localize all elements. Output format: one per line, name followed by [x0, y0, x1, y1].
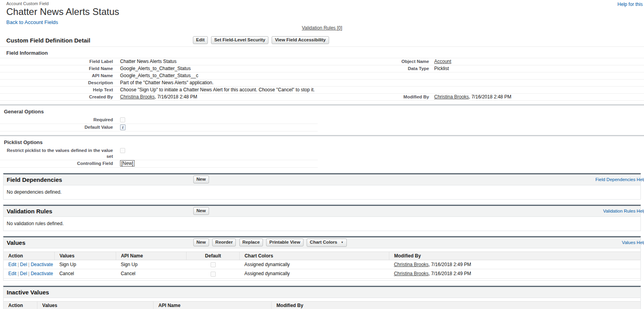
- help-text-label: Help Text: [0, 87, 113, 93]
- field-name-row: Field Name Google_Alerts_to_Chatter_Stat…: [0, 65, 644, 72]
- set-field-level-security-button[interactable]: Set Field-Level Security: [211, 36, 268, 44]
- detail-section-title: Custom Field Definition Detail: [6, 37, 90, 44]
- values-table: Action Values API Name Default Chart Col…: [4, 252, 640, 279]
- table-row: Edit|Del|Deactivate Cancel Cancel Assign…: [4, 269, 640, 278]
- custom-field-detail-page: { "page": { "breadcrumb": "Account Custo…: [0, 0, 644, 309]
- modified-by-date: , 7/16/2018 2:49 PM: [429, 271, 471, 276]
- values-new-button[interactable]: New: [193, 239, 209, 246]
- validation-rules-header: Validation Rules New Validation Rules He…: [4, 206, 640, 217]
- modified-by-user-link[interactable]: Christina Brooks: [394, 262, 429, 267]
- printable-view-button[interactable]: Printable View: [266, 239, 303, 246]
- detail-button-group: Edit Set Field-Level Security View Field…: [193, 36, 331, 44]
- controlling-field-label: Controlling Field: [0, 161, 113, 167]
- validation-rules-anchor-wrap: Validation Rules [0]: [0, 25, 644, 31]
- created-by-user-link[interactable]: Christina Brooks: [120, 94, 155, 100]
- default-checkbox: [211, 272, 216, 277]
- api-name-label: API Name: [0, 73, 113, 79]
- back-to-account-fields-link[interactable]: Back to Account Fields: [6, 19, 58, 25]
- field-dependencies-title: Field Dependencies: [7, 176, 62, 183]
- field-dependencies-header: Field Dependencies New Field Dependencie…: [4, 174, 640, 185]
- created-by-label: Created By: [0, 94, 113, 100]
- description-label: Description: [0, 80, 113, 86]
- picklist-options-section: Picklist Options Restrict picklist to th…: [0, 136, 644, 168]
- modified-by-user-link[interactable]: Christina Brooks: [394, 271, 429, 276]
- modified-by-user-link[interactable]: Christina Brooks: [434, 94, 469, 100]
- validation-rules-empty-text: No validation rules defined.: [4, 217, 640, 231]
- description-value: Part of the "Chatter News Alerts" applic…: [113, 80, 322, 86]
- inactive-values-header: Inactive Values: [4, 287, 640, 298]
- field-dependencies-related-list: Field Dependencies New Field Dependencie…: [3, 173, 641, 200]
- field-label-row: Field Label Chatter News Alerts Status O…: [0, 58, 644, 65]
- required-row: Required: [0, 117, 318, 124]
- modified-by-label: Modified By: [322, 94, 429, 100]
- col-action: Action: [4, 301, 37, 309]
- col-api-name: API Name: [154, 301, 272, 309]
- api-name-row: API Name Google_Alerts_to_Chatter_Status…: [0, 72, 644, 80]
- controlling-field-new-link[interactable]: [New]: [120, 160, 135, 167]
- values-title: Values: [7, 239, 26, 246]
- page-header: Account Custom Field Chatter News Alerts…: [0, 0, 644, 22]
- field-dependencies-help-link[interactable]: Field Dependencies Help: [596, 177, 644, 182]
- values-table-header-row: Action Values API Name Default Chart Col…: [4, 252, 640, 260]
- required-label: Required: [0, 117, 113, 123]
- created-by-date: , 7/16/2018 2:48 PM: [155, 94, 197, 100]
- edit-button[interactable]: Edit: [193, 36, 208, 44]
- inactive-values-table: Action Values API Name Modified By Del|A…: [4, 301, 640, 309]
- col-values: Values: [37, 301, 154, 309]
- info-icon[interactable]: i: [120, 124, 126, 130]
- chart-colors-dropdown-button[interactable]: Chart Colors▼: [307, 239, 347, 247]
- default-value-label: Default Value: [0, 124, 113, 131]
- data-type-value: Picklist: [429, 66, 644, 72]
- inactive-values-title: Inactive Values: [7, 289, 49, 296]
- help-for-this-page-link[interactable]: Help for this Page: [618, 2, 644, 7]
- field-name-label: Field Name: [0, 66, 113, 72]
- field-label-label: Field Label: [0, 59, 113, 65]
- picklist-options-title: Picklist Options: [0, 136, 644, 147]
- general-options-section: General Options Required Default Value i: [0, 105, 644, 131]
- api-name-value: Google_Alerts_to_Chatter_Status__c: [113, 73, 322, 79]
- col-default: Default: [187, 252, 240, 260]
- object-name-link[interactable]: Account: [434, 59, 451, 64]
- chart-colors-cell: Assigned dynamically: [240, 269, 389, 278]
- col-values: Values: [55, 252, 116, 260]
- edit-action-link[interactable]: Edit: [8, 262, 17, 267]
- chevron-down-icon: ▼: [341, 241, 344, 244]
- edit-action-link[interactable]: Edit: [8, 271, 17, 276]
- del-action-link[interactable]: Del: [20, 262, 27, 267]
- field-name-value: Google_Alerts_to_Chatter_Status: [113, 66, 322, 72]
- field-dependencies-new-button[interactable]: New: [193, 176, 209, 183]
- modified-by-date: , 7/16/2018 2:49 PM: [429, 262, 471, 267]
- validation-rules-new-button[interactable]: New: [193, 207, 209, 215]
- field-information-section: Field Information Field Label Chatter Ne…: [0, 47, 644, 101]
- validation-rules-title: Validation Rules: [7, 208, 52, 215]
- col-modified-by: Modified By: [389, 252, 640, 260]
- breadcrumb: Account Custom Field: [6, 1, 644, 6]
- required-checkbox: [120, 117, 125, 122]
- description-row: Description Part of the "Chatter News Al…: [0, 80, 644, 87]
- view-field-accessibility-button[interactable]: View Field Accessibility: [272, 36, 329, 44]
- validation-rules-help-link[interactable]: Validation Rules Help: [603, 209, 644, 213]
- values-related-list: Values New Reorder Replace Printable Vie…: [3, 236, 641, 281]
- api-name-cell: Sign Up: [116, 260, 187, 269]
- deactivate-action-link[interactable]: Deactivate: [31, 271, 53, 276]
- restrict-picklist-checkbox: [120, 148, 125, 153]
- controlling-field-row: Controlling Field [New]: [0, 160, 318, 168]
- created-by-row: Created By Christina Brooks, 7/16/2018 2…: [0, 94, 644, 101]
- deactivate-action-link[interactable]: Deactivate: [31, 262, 53, 267]
- help-text-row: Help Text Choose "Sign Up" to initiate a…: [0, 87, 644, 94]
- validation-rules-anchor-link[interactable]: Validation Rules [0]: [302, 25, 342, 31]
- value-cell: Sign Up: [55, 260, 116, 269]
- values-header: Values New Reorder Replace Printable Vie…: [4, 237, 640, 248]
- del-action-link[interactable]: Del: [20, 271, 27, 276]
- values-help-link[interactable]: Values Help: [622, 240, 644, 245]
- replace-button[interactable]: Replace: [239, 239, 263, 246]
- reorder-button[interactable]: Reorder: [212, 239, 236, 246]
- col-api-name: API Name: [116, 252, 187, 260]
- col-action: Action: [4, 252, 55, 260]
- table-row: Edit|Del|Deactivate Sign Up Sign Up Assi…: [4, 260, 640, 269]
- default-checkbox: [211, 262, 216, 267]
- col-chart-colors: Chart Colors: [240, 252, 389, 260]
- inactive-values-related-list: Inactive Values Action Values API Name M…: [3, 286, 641, 309]
- inactive-values-table-header-row: Action Values API Name Modified By: [4, 301, 640, 309]
- col-modified-by: Modified By: [272, 301, 640, 309]
